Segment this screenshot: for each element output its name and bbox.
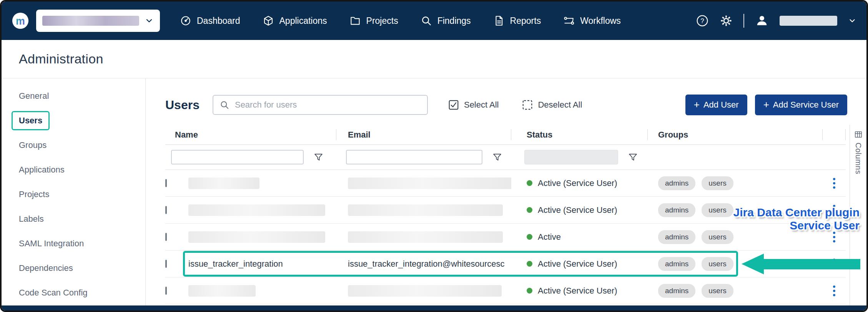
column-header-actions — [823, 125, 846, 144]
redacted-name — [188, 285, 256, 297]
sidebar-item-label: SAML Integration — [19, 239, 84, 249]
redacted-name — [188, 204, 325, 216]
add-service-user-button[interactable]: + Add Service User — [755, 95, 847, 115]
plus-icon: + — [763, 99, 769, 111]
column-header-groups[interactable]: Groups — [648, 125, 823, 144]
redacted-name — [188, 178, 259, 189]
user-search — [213, 95, 428, 115]
gear-icon[interactable] — [720, 14, 733, 27]
redacted-email — [348, 285, 502, 297]
deselect-all-button[interactable]: Deselect All — [522, 99, 582, 111]
group-badge: admins — [658, 257, 695, 271]
column-header-status[interactable]: Status — [511, 125, 648, 144]
nav-item-reports[interactable]: Reports — [493, 15, 541, 27]
row-checkbox[interactable] — [165, 206, 167, 214]
organization-selector[interactable] — [36, 10, 160, 32]
columns-label: Columns — [854, 143, 863, 174]
row-menu-kebab[interactable] — [831, 229, 838, 245]
name-filter-input[interactable] — [171, 150, 304, 164]
row-menu-kebab[interactable] — [831, 202, 838, 218]
nav-label: Findings — [437, 16, 471, 26]
column-header-name[interactable]: Name — [165, 125, 336, 144]
mend-logo[interactable]: m — [12, 12, 29, 30]
table-header: Name Email Status Groups — [165, 125, 846, 145]
svg-text:m: m — [16, 15, 25, 27]
users-heading: Users — [165, 98, 200, 112]
sidebar-item-applications[interactable]: Applications — [2, 158, 145, 182]
nav-item-applications[interactable]: Applications — [263, 15, 327, 27]
email-filter-funnel-icon[interactable] — [492, 153, 502, 162]
row-menu-kebab[interactable] — [831, 283, 838, 299]
columns-toggle[interactable]: Columns — [850, 125, 866, 306]
row-menu-kebab[interactable] — [831, 256, 838, 272]
user-email: issue_tracker_integration@whitesourcesc — [348, 259, 505, 269]
reports-icon — [493, 15, 505, 27]
sidebar-item-users[interactable]: Users — [2, 108, 145, 133]
email-filter-input[interactable] — [346, 150, 482, 164]
table-row: Active (Service User) admins users — [165, 197, 846, 224]
select-all-button[interactable]: Select All — [448, 99, 499, 111]
username-redacted — [780, 16, 837, 26]
status-dot — [527, 288, 532, 294]
sidebar-item-general[interactable]: General — [2, 84, 145, 108]
sidebar-item-saml-integration[interactable]: SAML Integration — [2, 231, 145, 256]
nav-label: Applications — [279, 16, 327, 26]
users-toolbar: Users Select All De — [165, 94, 847, 116]
group-badge: users — [702, 284, 733, 298]
row-checkbox[interactable] — [165, 287, 167, 295]
page-title-bar: Administration — [2, 40, 866, 78]
group-badge: admins — [658, 203, 695, 217]
nav-item-projects[interactable]: Projects — [349, 15, 398, 27]
status-dot — [527, 261, 532, 267]
sidebar-item-code-scan-config[interactable]: Code Scan Config — [2, 280, 145, 305]
status-text: Active (Service User) — [538, 259, 617, 269]
redacted-name — [188, 231, 325, 243]
redacted-email — [348, 231, 503, 243]
row-checkbox[interactable] — [165, 260, 167, 268]
status-filter-input[interactable] — [524, 150, 618, 164]
status-filter-funnel-icon[interactable] — [628, 153, 638, 162]
group-badge: admins — [658, 230, 695, 244]
user-menu-chevron-icon[interactable] — [848, 17, 856, 25]
sidebar-item-groups[interactable]: Groups — [2, 133, 145, 158]
page-title: Administration — [19, 51, 103, 66]
column-header-email[interactable]: Email — [336, 125, 511, 144]
nav-item-workflows[interactable]: Workflows — [563, 15, 621, 27]
table-row: Active (Service User) admins users — [165, 170, 846, 197]
status-dot — [527, 207, 532, 213]
select-all-label: Select All — [464, 100, 499, 110]
sidebar-item-label: Projects — [19, 189, 49, 199]
nav-item-dashboard[interactable]: Dashboard — [180, 15, 240, 27]
group-badge: users — [702, 230, 733, 244]
redacted-email — [348, 204, 503, 216]
status-text: Active (Service User) — [538, 205, 617, 215]
user-avatar-icon[interactable] — [755, 14, 769, 28]
sidebar-item-dependencies[interactable]: Dependencies — [2, 256, 145, 280]
status-text: Active (Service User) — [538, 286, 617, 296]
help-icon[interactable]: ? — [696, 14, 709, 27]
sidebar-item-label: Dependencies — [19, 263, 73, 273]
row-menu-kebab[interactable] — [831, 176, 838, 191]
applications-icon — [263, 15, 274, 27]
findings-icon — [421, 15, 432, 27]
search-icon — [219, 100, 229, 110]
dashboard-icon — [180, 15, 191, 27]
search-input[interactable] — [235, 100, 421, 110]
nav-label: Reports — [510, 16, 541, 26]
add-user-button[interactable]: + Add User — [685, 95, 747, 115]
nav-item-findings[interactable]: Findings — [421, 15, 471, 27]
organization-name-redacted — [42, 16, 139, 26]
table-row: Active admins users — [165, 224, 846, 251]
row-checkbox[interactable] — [165, 179, 167, 187]
group-badge: admins — [658, 176, 695, 190]
group-badge: admins — [658, 284, 695, 298]
row-checkbox[interactable] — [165, 233, 167, 241]
add-service-user-label: Add Service User — [773, 100, 839, 110]
sidebar-item-labels[interactable]: Labels — [2, 207, 145, 231]
plus-icon: + — [694, 99, 700, 111]
sidebar-item-label: Code Scan Config — [19, 288, 88, 298]
name-filter-funnel-icon[interactable] — [314, 153, 323, 162]
nav-right: ? — [696, 14, 856, 28]
sidebar-item-projects[interactable]: Projects — [2, 182, 145, 207]
status-dot — [527, 234, 532, 240]
